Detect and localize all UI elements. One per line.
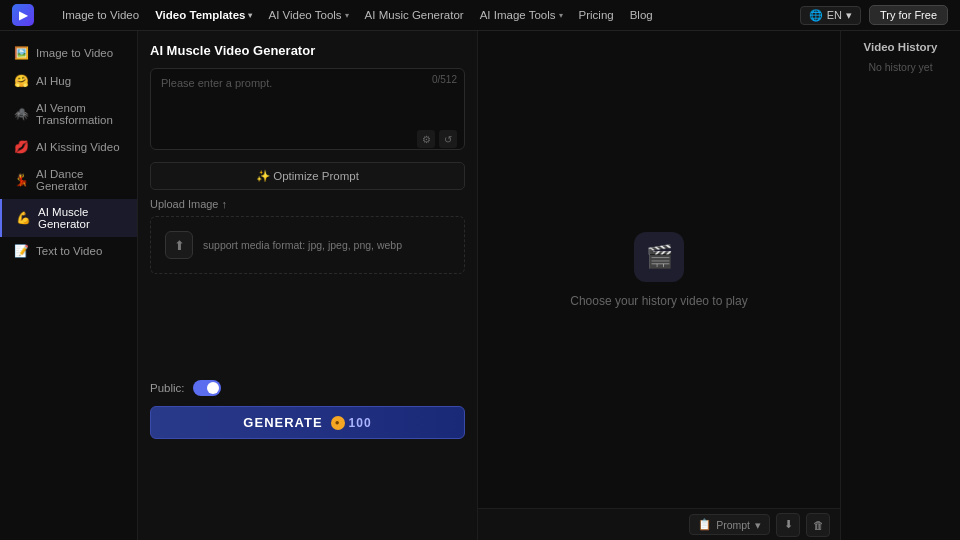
video-placeholder-text: Choose your history video to play xyxy=(570,294,747,308)
navbar: ▶ Image to Video Video Templates ▾ AI Vi… xyxy=(0,0,960,31)
prompt-button[interactable]: 📋 Prompt ▾ xyxy=(689,514,770,535)
video-area: 🎬 Choose your history video to play 📋 Pr… xyxy=(478,31,840,540)
sidebar-item-kissing[interactable]: 💋 AI Kissing Video xyxy=(0,133,137,161)
coin-icon: ● xyxy=(331,416,345,430)
chevron-icon: ▾ xyxy=(559,11,563,20)
sidebar: 🖼️ Image to Video 🤗 AI Hug 🕷️ AI Venom T… xyxy=(0,31,138,540)
nav-links: Image to Video Video Templates ▾ AI Vide… xyxy=(62,9,780,21)
logo[interactable]: ▶ xyxy=(12,4,34,26)
nav-ai-image-tools[interactable]: AI Image Tools ▾ xyxy=(480,9,563,21)
sidebar-item-muscle[interactable]: 💪 AI Muscle Generator xyxy=(0,199,137,237)
panel-title: AI Muscle Video Generator xyxy=(150,43,465,58)
nav-right: 🌐 EN ▾ Try for Free xyxy=(800,5,948,25)
muscle-icon: 💪 xyxy=(16,211,30,225)
center-panel: AI Muscle Video Generator 0/512 ⚙ ↺ ✨ Op… xyxy=(138,31,478,540)
sidebar-label: AI Dance Generator xyxy=(36,168,123,192)
sidebar-label: AI Muscle Generator xyxy=(38,206,123,230)
nav-ai-video-tools[interactable]: AI Video Tools ▾ xyxy=(268,9,348,21)
public-row: Public: xyxy=(150,380,465,396)
history-panel: Video History No history yet xyxy=(840,31,960,540)
toggle-knob xyxy=(207,382,219,394)
sidebar-label: AI Kissing Video xyxy=(36,141,120,153)
nav-ai-music[interactable]: AI Music Generator xyxy=(365,9,464,21)
history-title: Video History xyxy=(849,41,952,53)
sidebar-item-venom[interactable]: 🕷️ AI Venom Transformation xyxy=(0,95,137,133)
generate-label: GENERATE xyxy=(243,415,322,430)
upload-area[interactable]: ⬆ support media format: jpg, jpeg, png, … xyxy=(150,216,465,274)
chevron-icon: ▾ xyxy=(248,11,252,20)
download-button[interactable]: ⬇ xyxy=(776,513,800,537)
venom-icon: 🕷️ xyxy=(14,107,28,121)
upload-label: Upload Image ↑ xyxy=(150,198,465,210)
sidebar-item-image-to-video[interactable]: 🖼️ Image to Video xyxy=(0,39,137,67)
prompt-icons: ⚙ ↺ xyxy=(417,130,457,148)
image-icon: 🖼️ xyxy=(14,46,28,60)
sidebar-label: AI Venom Transformation xyxy=(36,102,123,126)
nav-pricing[interactable]: Pricing xyxy=(579,9,614,21)
sidebar-item-dance[interactable]: 💃 AI Dance Generator xyxy=(0,161,137,199)
video-bottom-bar: 📋 Prompt ▾ ⬇ 🗑 xyxy=(478,508,840,540)
language-button[interactable]: 🌐 EN ▾ xyxy=(800,6,861,25)
sidebar-label: AI Hug xyxy=(36,75,71,87)
chevron-icon: ▾ xyxy=(846,9,852,22)
sidebar-item-text-to-video[interactable]: 📝 Text to Video xyxy=(0,237,137,265)
chevron-icon: ▾ xyxy=(345,11,349,20)
nav-video-templates[interactable]: Video Templates ▾ xyxy=(155,9,252,21)
public-toggle[interactable] xyxy=(193,380,221,396)
text-icon: 📝 xyxy=(14,244,28,258)
credits-display: ● 100 xyxy=(331,416,372,430)
globe-icon: 🌐 xyxy=(809,9,823,22)
history-empty: No history yet xyxy=(849,61,952,73)
sidebar-label: Image to Video xyxy=(36,47,113,59)
upload-text: support media format: jpg, jpeg, png, we… xyxy=(203,238,402,253)
prompt-area: 0/512 ⚙ ↺ xyxy=(150,68,465,154)
nav-blog[interactable]: Blog xyxy=(630,9,653,21)
optimize-button[interactable]: ✨ Optimize Prompt xyxy=(150,162,465,190)
chevron-icon: ▾ xyxy=(755,519,761,531)
sidebar-item-ai-hug[interactable]: 🤗 AI Hug xyxy=(0,67,137,95)
settings-area xyxy=(150,282,465,372)
prompt-settings-icon[interactable]: ⚙ xyxy=(417,130,435,148)
sidebar-label: Text to Video xyxy=(36,245,102,257)
video-main: 🎬 Choose your history video to play xyxy=(478,31,840,508)
credits-value: 100 xyxy=(349,416,372,430)
char-count: 0/512 xyxy=(432,74,457,85)
upload-icon: ⬆ xyxy=(165,231,193,259)
prompt-btn-label: Prompt xyxy=(716,519,750,531)
logo-icon: ▶ xyxy=(12,4,34,26)
public-label: Public: xyxy=(150,382,185,394)
main-layout: 🖼️ Image to Video 🤗 AI Hug 🕷️ AI Venom T… xyxy=(0,31,960,540)
video-placeholder-icon: 🎬 xyxy=(634,232,684,282)
try-free-button[interactable]: Try for Free xyxy=(869,5,948,25)
prompt-icon: 📋 xyxy=(698,518,711,531)
dance-icon: 💃 xyxy=(14,173,28,187)
prompt-refresh-icon[interactable]: ↺ xyxy=(439,130,457,148)
hug-icon: 🤗 xyxy=(14,74,28,88)
nav-image-to-video[interactable]: Image to Video xyxy=(62,9,139,21)
delete-button[interactable]: 🗑 xyxy=(806,513,830,537)
generate-button[interactable]: GENERATE ● 100 xyxy=(150,406,465,439)
kiss-icon: 💋 xyxy=(14,140,28,154)
